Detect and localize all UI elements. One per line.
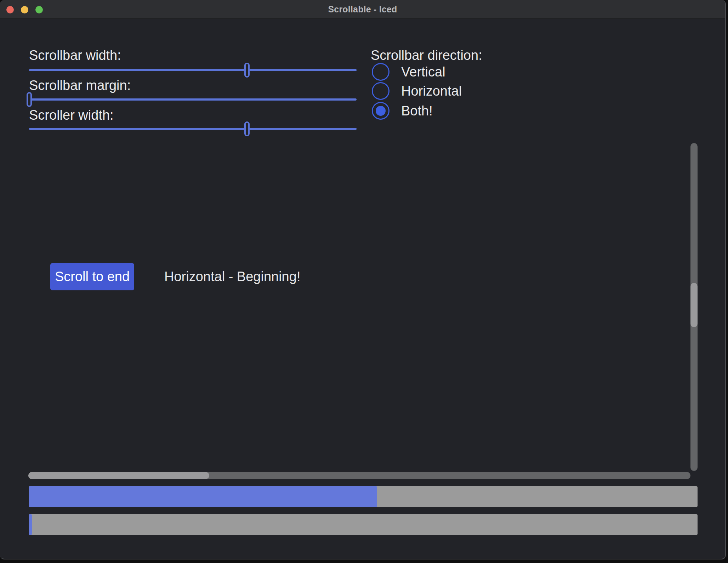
- scrollbar-width-slider[interactable]: [29, 69, 357, 71]
- window-title: Scrollable - Iced: [328, 4, 397, 15]
- traffic-lights: [6, 6, 43, 13]
- app-window: Scrollable - Iced Scrollbar width: Scrol…: [0, 0, 726, 559]
- radio-circle-icon[interactable]: [372, 102, 389, 120]
- radio-horizontal-label[interactable]: Horizontal: [401, 84, 462, 99]
- horizontal-progress-bar: [29, 486, 698, 507]
- zoom-button[interactable]: [35, 6, 43, 13]
- radio-selected-dot-icon: [376, 106, 386, 116]
- scrollbar-width-slider-handle[interactable]: [244, 63, 250, 78]
- close-button[interactable]: [6, 6, 14, 13]
- minimize-button[interactable]: [21, 6, 28, 13]
- scroller-width-label: Scroller width:: [29, 107, 114, 123]
- vertical-progress-fill: [29, 514, 32, 535]
- scroll-to-end-button[interactable]: Scroll to end: [50, 263, 134, 290]
- horizontal-progress-fill: [29, 486, 377, 507]
- vertical-scrollbar-thumb[interactable]: [690, 283, 698, 327]
- scrollbar-margin-slider[interactable]: [29, 98, 357, 101]
- scroll-status-text: Horizontal - Beginning!: [164, 263, 300, 290]
- radio-both[interactable]: Both!: [372, 102, 433, 120]
- radio-circle-icon[interactable]: [372, 82, 389, 100]
- vertical-progress-bar: [29, 514, 698, 535]
- radio-both-label[interactable]: Both!: [401, 103, 433, 119]
- vertical-scrollbar-track[interactable]: [690, 143, 698, 471]
- screen: Scrollable - Iced Scrollbar width: Scrol…: [0, 0, 728, 563]
- radio-circle-icon[interactable]: [372, 63, 389, 81]
- horizontal-scrollbar-thumb[interactable]: [28, 472, 209, 479]
- scroller-width-slider[interactable]: [29, 128, 357, 130]
- scrollbar-width-label: Scrollbar width:: [29, 47, 121, 63]
- scrollbar-margin-slider-handle[interactable]: [27, 92, 32, 107]
- titlebar[interactable]: Scrollable - Iced: [0, 0, 725, 19]
- radio-vertical[interactable]: Vertical: [372, 63, 445, 81]
- scrollbar-margin-label: Scrollbar margin:: [29, 77, 131, 93]
- radio-horizontal[interactable]: Horizontal: [372, 82, 462, 100]
- scrollbar-direction-label: Scrollbar direction:: [371, 47, 482, 63]
- scroller-width-slider-handle[interactable]: [244, 121, 250, 136]
- radio-vertical-label[interactable]: Vertical: [401, 64, 445, 80]
- horizontal-scrollbar-track[interactable]: [28, 472, 690, 479]
